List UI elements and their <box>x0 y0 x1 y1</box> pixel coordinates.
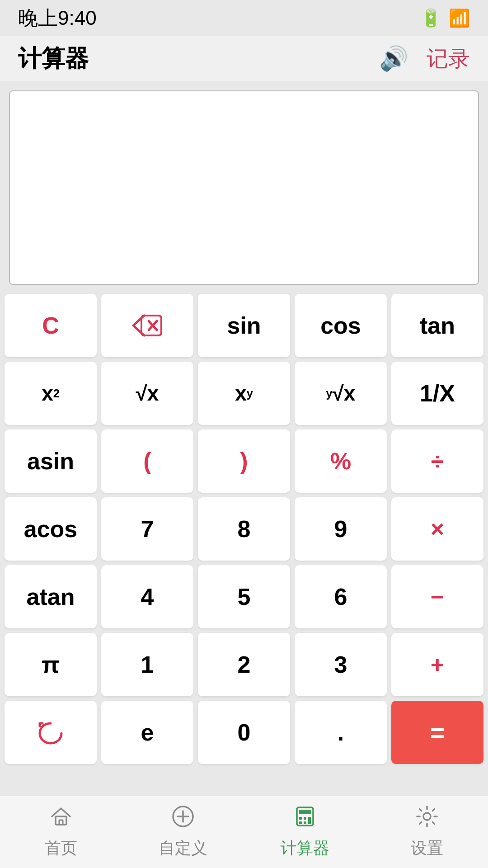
svg-rect-9 <box>299 810 311 814</box>
svg-rect-15 <box>308 817 311 824</box>
svg-rect-4 <box>59 820 63 825</box>
8-button[interactable]: 8 <box>198 497 290 561</box>
speaker-icon[interactable]: 🔊 <box>379 45 408 72</box>
2-button[interactable]: 2 <box>198 633 290 696</box>
nav-custom-label: 自定义 <box>159 837 207 859</box>
pi-button[interactable]: π <box>5 633 97 696</box>
clear-button[interactable]: C <box>5 294 97 357</box>
9-button[interactable]: 9 <box>295 497 387 561</box>
subtract-button[interactable]: − <box>391 565 483 628</box>
5-button[interactable]: 5 <box>198 565 290 628</box>
settings-icon <box>415 805 439 834</box>
nav-settings-label: 设置 <box>411 837 443 859</box>
decimal-button[interactable]: . <box>295 701 387 764</box>
wifi-icon: 📶 <box>449 8 470 28</box>
display-area <box>9 90 479 285</box>
undo-button[interactable] <box>5 701 97 764</box>
keypad: C sin cos tan x2 √x xy y√x 1/X asin ( ) … <box>0 289 488 764</box>
key-row-6: π 1 2 3 + <box>5 633 483 696</box>
4-button[interactable]: 4 <box>101 565 193 628</box>
calculator-icon <box>293 805 317 834</box>
svg-rect-14 <box>304 821 306 824</box>
svg-rect-11 <box>304 817 306 820</box>
nav-custom[interactable]: 自定义 <box>122 805 244 859</box>
yroot-button[interactable]: y√x <box>295 362 387 425</box>
euler-button[interactable]: e <box>101 701 193 764</box>
7-button[interactable]: 7 <box>101 497 193 561</box>
key-row-2: x2 √x xy y√x 1/X <box>5 362 483 425</box>
svg-rect-10 <box>299 817 302 820</box>
header: 计算器 🔊 记录 <box>0 36 488 81</box>
nav-home-label: 首页 <box>45 837 77 859</box>
cos-button[interactable]: cos <box>295 294 387 357</box>
status-time: 晚上9:40 <box>18 5 97 32</box>
key-row-5: atan 4 5 6 − <box>5 565 483 628</box>
atan-button[interactable]: atan <box>5 565 97 628</box>
nav-settings[interactable]: 设置 <box>366 805 488 859</box>
lparen-button[interactable]: ( <box>101 429 193 493</box>
0-button[interactable]: 0 <box>198 701 290 764</box>
reciprocal-button[interactable]: 1/X <box>391 362 483 425</box>
key-row-1: C sin cos tan <box>5 294 483 357</box>
key-row-4: acos 7 8 9 × <box>5 497 483 561</box>
status-bar: 晚上9:40 🔋 📶 <box>0 0 488 36</box>
divide-button[interactable]: ÷ <box>391 429 483 493</box>
sqrt-button[interactable]: √x <box>101 362 193 425</box>
equals-button[interactable]: = <box>391 701 483 764</box>
key-row-3: asin ( ) % ÷ <box>5 429 483 493</box>
tan-button[interactable]: tan <box>391 294 483 357</box>
svg-point-16 <box>423 813 431 820</box>
custom-icon <box>171 805 195 834</box>
home-icon <box>49 805 73 834</box>
bottom-nav: 首页 自定义 计算器 <box>0 796 488 868</box>
record-button[interactable]: 记录 <box>427 44 470 73</box>
nav-calculator-label: 计算器 <box>281 837 329 859</box>
acos-button[interactable]: acos <box>5 497 97 561</box>
header-actions: 🔊 记录 <box>379 44 470 73</box>
6-button[interactable]: 6 <box>295 565 387 628</box>
battery-icon: 🔋 <box>420 8 441 28</box>
asin-button[interactable]: asin <box>5 429 97 493</box>
1-button[interactable]: 1 <box>101 633 193 696</box>
multiply-button[interactable]: × <box>391 497 483 561</box>
backspace-button[interactable] <box>101 294 193 357</box>
3-button[interactable]: 3 <box>295 633 387 696</box>
status-icons: 🔋 📶 <box>420 8 470 28</box>
add-button[interactable]: + <box>391 633 483 696</box>
svg-rect-13 <box>299 821 302 824</box>
nav-home[interactable]: 首页 <box>0 805 122 859</box>
percent-button[interactable]: % <box>295 429 387 493</box>
power-button[interactable]: xy <box>198 362 290 425</box>
nav-calculator[interactable]: 计算器 <box>244 805 366 859</box>
key-row-7: e 0 . = <box>5 701 483 764</box>
page-title: 计算器 <box>18 43 89 75</box>
sin-button[interactable]: sin <box>198 294 290 357</box>
rparen-button[interactable]: ) <box>198 429 290 493</box>
square-button[interactable]: x2 <box>5 362 97 425</box>
